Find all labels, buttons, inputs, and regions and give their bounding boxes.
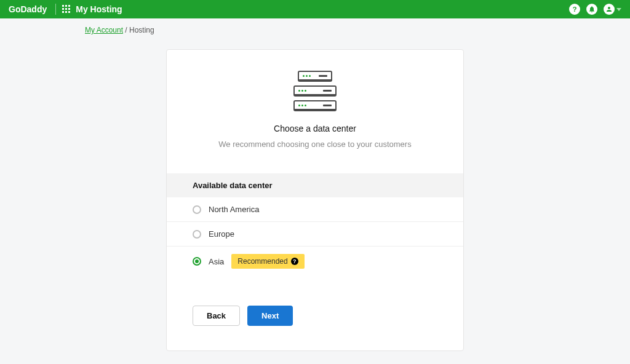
option-label: North America [209, 205, 259, 214]
card-subtitle: We recommend choosing one close to your … [193, 140, 437, 149]
data-center-card: Choose a data center We recommend choosi… [166, 49, 464, 351]
option-north-america[interactable]: North America [167, 197, 463, 222]
servers-illustration-icon [193, 71, 437, 111]
badge-text: Recommended [237, 257, 287, 266]
card-title: Choose a data center [193, 124, 437, 133]
option-label: Asia [209, 257, 224, 266]
apps-grid-icon[interactable] [62, 5, 71, 14]
header-divider [55, 4, 56, 15]
recommended-badge: Recommended ? [231, 254, 304, 269]
option-asia[interactable]: Asia Recommended ? [167, 247, 463, 276]
help-icon[interactable]: ? [569, 4, 580, 15]
chevron-down-icon [616, 8, 621, 11]
option-label: Europe [209, 229, 234, 239]
radio-icon [193, 230, 201, 239]
radio-icon [193, 205, 201, 214]
data-center-section: Available data center North America Euro… [167, 173, 463, 276]
option-europe[interactable]: Europe [167, 222, 463, 247]
breadcrumb-my-account[interactable]: My Account [85, 26, 123, 34]
user-avatar-icon [604, 4, 615, 15]
section-header: Available data center [167, 173, 463, 197]
tooltip-icon[interactable]: ? [291, 258, 298, 265]
product-title: My Hosting [76, 4, 122, 14]
top-header: GoDaddy My Hosting ? [0, 0, 630, 18]
breadcrumb: My Account / Hosting [0, 18, 630, 34]
breadcrumb-current: / Hosting [123, 26, 154, 34]
user-menu[interactable] [604, 4, 621, 15]
radio-checked-icon [193, 257, 201, 266]
brand-logo[interactable]: GoDaddy [9, 4, 47, 14]
next-button[interactable]: Next [247, 306, 293, 326]
bell-icon[interactable] [586, 4, 597, 15]
card-actions: Back Next [193, 306, 437, 326]
back-button[interactable]: Back [193, 306, 240, 326]
